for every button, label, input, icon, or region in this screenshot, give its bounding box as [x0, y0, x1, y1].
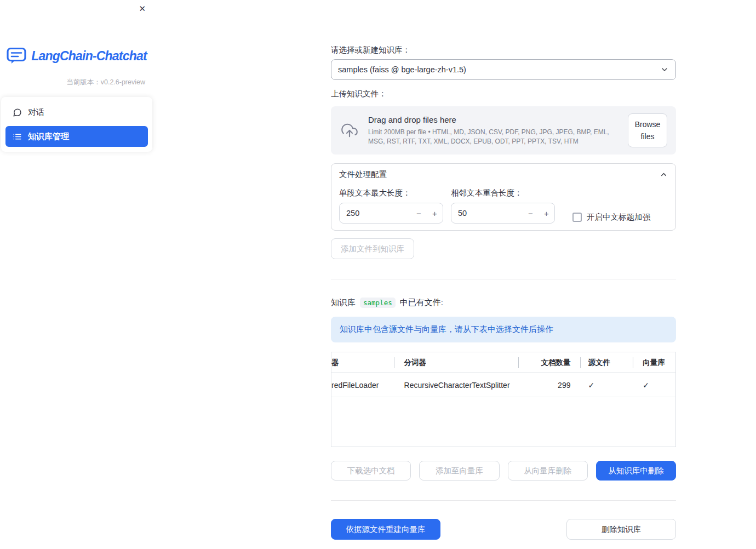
table-header-row: 器 分词器 文档数量 源文件 向量库	[331, 352, 675, 373]
cell-doc-count: 299	[519, 381, 581, 390]
expander-title: 文件处理配置	[339, 169, 387, 180]
delete-kb-button[interactable]: 删除知识库	[566, 519, 676, 540]
add-to-vector-store-button[interactable]: 添加至向量库	[419, 461, 499, 481]
max-length-field: 单段文本最大长度： 250 − +	[339, 185, 443, 224]
table-header-loader[interactable]: 器	[331, 352, 394, 373]
max-length-decrement-button[interactable]: −	[411, 203, 427, 223]
chat-bubble-icon	[13, 108, 22, 117]
kb-files-prefix: 知识库	[331, 298, 356, 308]
cell-splitter: RecursiveCharacterTextSplitter	[394, 381, 519, 390]
overlap-field: 相邻文本重合长度： 50 − +	[451, 185, 555, 224]
max-length-increment-button[interactable]: +	[427, 203, 443, 223]
overlap-input[interactable]: 50 − +	[451, 203, 555, 224]
app-logo: LangChain-Chatchat	[0, 47, 153, 65]
uploader-limit: Limit 200MB per file • HTML, MD, JSON, C…	[368, 128, 619, 145]
zh-title-enhance-field: 开启中文标题加强	[572, 185, 650, 224]
rebuild-vector-store-button[interactable]: 依据源文件重建向量库	[331, 519, 440, 540]
kb-selected-value: samples (faiss @ bge-large-zh-v1.5)	[338, 65, 466, 74]
row-action-buttons: 下载选中文档 添加至向量库 从向量库删除 从知识库中删除	[331, 461, 676, 481]
overlap-label: 相邻文本重合长度：	[451, 188, 555, 198]
download-selected-button[interactable]: 下载选中文档	[331, 461, 411, 481]
file-config-expander-header[interactable]: 文件处理配置	[331, 164, 675, 185]
kb-files-heading: 知识库 samples 中已有文件:	[331, 298, 676, 308]
logo-text: LangChain-Chatchat	[31, 49, 147, 64]
table-row[interactable]: redFileLoader RecursiveCharacterTextSpli…	[331, 373, 675, 397]
zh-title-enhance-label: 开启中文标题加强	[587, 212, 650, 222]
version-text: 当前版本：v0.2.6-preview	[0, 78, 153, 87]
file-config-body: 单段文本最大长度： 250 − + 相邻文本重合长度： 50 − +	[331, 185, 675, 224]
add-files-to-kb-button[interactable]: 添加文件到知识库	[331, 238, 414, 259]
sidebar-item-label: 知识库管理	[28, 131, 69, 142]
sidebar-item-knowledge-base[interactable]: 知识库管理	[5, 126, 148, 147]
cloud-upload-icon	[340, 122, 359, 139]
zh-title-enhance-checkbox[interactable]	[572, 213, 582, 222]
overlap-value: 50	[451, 209, 523, 218]
sidebar-close-button[interactable]: ✕	[139, 4, 146, 13]
kb-name-code: samples	[360, 298, 396, 308]
divider	[331, 279, 676, 279]
cell-vector-store-check: ✓	[633, 381, 675, 390]
browse-files-button[interactable]: Browse files	[628, 113, 667, 148]
overlap-decrement-button[interactable]: −	[523, 203, 539, 223]
kb-files-table: 器 分词器 文档数量 源文件 向量库 redFileLoader Recursi…	[331, 352, 676, 447]
overlap-increment-button[interactable]: +	[539, 203, 554, 223]
delete-from-vector-store-button[interactable]: 从向量库删除	[508, 461, 588, 481]
table-header-doc-count[interactable]: 文档数量	[519, 352, 581, 373]
sidebar-menu: 对话 知识库管理	[1, 97, 152, 152]
table-header-vector-store[interactable]: 向量库	[633, 352, 675, 373]
main-content: 请选择或新建知识库： samples (faiss @ bge-large-zh…	[331, 0, 676, 540]
divider	[331, 500, 676, 501]
table-header-source-file[interactable]: 源文件	[581, 352, 633, 373]
kb-select-label: 请选择或新建知识库：	[331, 45, 676, 55]
chevron-down-icon	[660, 65, 669, 74]
chevron-up-icon	[660, 170, 668, 179]
delete-from-kb-button[interactable]: 从知识库中删除	[596, 461, 676, 481]
sidebar-item-label: 对话	[28, 107, 44, 118]
max-length-label: 单段文本最大长度：	[339, 188, 443, 198]
sidebar-item-chat[interactable]: 对话	[5, 102, 148, 123]
upload-label: 上传知识文件：	[331, 89, 676, 99]
cell-loader: redFileLoader	[331, 381, 394, 390]
max-length-value: 250	[340, 209, 411, 218]
table-header-splitter[interactable]: 分词器	[394, 352, 519, 373]
app-root: ✕ LangChain-Chatchat 当前版本：v0.2.6-preview	[0, 0, 756, 549]
info-alert: 知识库中包含源文件与向量库，请从下表中选择文件后操作	[331, 317, 676, 342]
sidebar: ✕ LangChain-Chatchat 当前版本：v0.2.6-preview	[0, 0, 153, 549]
list-icon	[13, 132, 22, 141]
uploader-texts: Drag and drop files here Limit 200MB per…	[368, 115, 619, 145]
kb-action-buttons: 依据源文件重建向量库 删除知识库	[331, 519, 676, 540]
max-length-input[interactable]: 250 − +	[339, 203, 443, 224]
cell-source-file-check: ✓	[581, 381, 633, 390]
file-config-expander: 文件处理配置 单段文本最大长度： 250 − + 相邻文本重合长度：	[331, 163, 676, 231]
kb-selectbox[interactable]: samples (faiss @ bge-large-zh-v1.5)	[331, 59, 676, 80]
logo-chat-icon	[7, 47, 26, 65]
uploader-title: Drag and drop files here	[368, 115, 619, 124]
file-uploader-dropzone[interactable]: Drag and drop files here Limit 200MB per…	[331, 106, 676, 155]
kb-files-suffix: 中已有文件:	[400, 298, 443, 308]
